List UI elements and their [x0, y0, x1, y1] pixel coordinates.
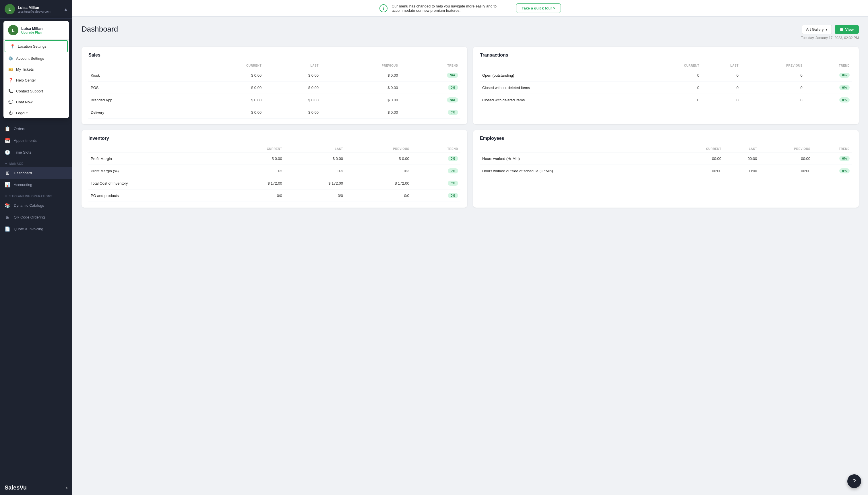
- dropdown-item-my-tickets[interactable]: 🎫 My Tickets: [3, 64, 69, 75]
- sidebar-label-quote-invoicing: Quote & Invoicing: [14, 227, 44, 231]
- dropdown-item-account-settings[interactable]: ⚙️ Account Settings: [3, 53, 69, 64]
- sidebar-user-info: L Luisa Millan tessitura@salesvu.com: [5, 4, 51, 14]
- streamline-arrow-icon: ▼: [5, 195, 8, 198]
- row-current: $ 0.00: [221, 152, 284, 165]
- sidebar-item-time-slots[interactable]: 🕐 Time Slots: [0, 147, 72, 158]
- top-banner: ℹ Our menu has changed to help you navig…: [72, 0, 868, 17]
- row-current: $ 0.00: [188, 94, 264, 106]
- table-row: Delivery $ 0.00 $ 0.00 $ 0.00 0%: [88, 106, 461, 119]
- row-last: 0: [701, 94, 741, 106]
- time-slots-icon: 🕐: [5, 150, 10, 155]
- employees-card: Employees CURRENT LAST PREVIOUS TREND Ho…: [473, 130, 859, 208]
- dropdown-user-info: Luisa Millan Upgrade Plan: [21, 27, 42, 34]
- sidebar-label-time-slots: Time Slots: [14, 150, 31, 154]
- take-quick-tour-button[interactable]: Take a quick tour >: [516, 3, 560, 13]
- sidebar-collapse-icon[interactable]: ▲: [64, 7, 68, 12]
- info-icon: ℹ: [380, 4, 387, 12]
- dropdown-label-contact-support: Contact Support: [16, 89, 43, 93]
- dropdown-upgrade-label[interactable]: Upgrade Plan: [21, 31, 42, 34]
- dashboard-date: Tuesday, January 17, 2023, 02:32 PM: [801, 36, 859, 40]
- dashboard-area: Dashboard Art Gallery ▾ ⊞ View Tuesday, …: [72, 17, 868, 495]
- orders-icon: 📋: [5, 126, 10, 132]
- row-last: $ 0.00: [264, 94, 321, 106]
- row-label: Branded App: [88, 94, 188, 106]
- sidebar-item-quote-invoicing[interactable]: 📄 Quote & Invoicing: [0, 223, 72, 235]
- sidebar-email: tessitura@salesvu.com: [18, 10, 51, 13]
- row-trend: 0%: [813, 165, 852, 177]
- row-trend: N/A: [400, 94, 461, 106]
- appointments-icon: 📅: [5, 138, 10, 143]
- art-gallery-button[interactable]: Art Gallery ▾: [802, 25, 832, 34]
- help-button[interactable]: ?: [847, 474, 861, 488]
- row-trend: 0%: [400, 82, 461, 94]
- dropdown-item-logout[interactable]: ⏻ Logout: [3, 107, 69, 118]
- dynamic-catalogs-icon: 📚: [5, 203, 10, 208]
- row-trend: 0%: [412, 189, 461, 202]
- row-trend: 0%: [805, 94, 852, 106]
- row-current: 0: [641, 94, 701, 106]
- sidebar-label-orders: Orders: [14, 126, 25, 131]
- row-previous: 00:00: [759, 165, 813, 177]
- dropdown-item-contact-support[interactable]: 📞 Contact Support: [3, 86, 69, 97]
- sidebar-collapse-arrow[interactable]: ‹: [66, 485, 68, 491]
- row-label: Kiosk: [88, 69, 188, 82]
- sidebar-item-appointments[interactable]: 📅 Appointments: [0, 135, 72, 147]
- sidebar-item-orders[interactable]: 📋 Orders: [0, 123, 72, 135]
- row-previous: $ 172.00: [345, 177, 412, 189]
- row-last: $ 0.00: [264, 106, 321, 119]
- row-label: Closed without deleted items: [480, 82, 641, 94]
- inventory-card-title: Inventory: [88, 136, 461, 141]
- sidebar-item-dashboard[interactable]: ⊞ Dashboard: [0, 167, 72, 179]
- dropdown-item-chat-now[interactable]: 💬 Chat Now: [3, 97, 69, 107]
- sidebar-avatar: L: [5, 4, 15, 14]
- sidebar-item-qr-code-ordering[interactable]: ⊞ QR Code Ordering: [0, 211, 72, 223]
- sidebar-item-dynamic-catalogs[interactable]: 📚 Dynamic Catalogs: [0, 200, 72, 211]
- row-label: PO and products: [88, 189, 221, 202]
- sidebar-label-appointments: Appointments: [14, 138, 37, 143]
- trans-col-current: CURRENT: [641, 62, 701, 69]
- sales-table-header-row: CURRENT LAST PREVIOUS TREND: [88, 62, 461, 69]
- transactions-table-header-row: CURRENT LAST PREVIOUS TREND: [480, 62, 852, 69]
- sidebar-item-accounting[interactable]: 📊 Accounting: [0, 179, 72, 191]
- chat-now-icon: 💬: [8, 100, 13, 104]
- dropdown-label-my-tickets: My Tickets: [16, 67, 34, 71]
- row-previous: $ 0.00: [321, 106, 400, 119]
- table-row: Profit Margin $ 0.00 $ 0.00 $ 0.00 0%: [88, 152, 461, 165]
- inv-col-label: [88, 146, 221, 152]
- table-row: Closed with deleted items 0 0 0 0%: [480, 94, 852, 106]
- contact-support-icon: 📞: [8, 89, 13, 93]
- row-current: $ 0.00: [188, 106, 264, 119]
- header-actions: Art Gallery ▾ ⊞ View: [802, 25, 859, 34]
- table-row: POS $ 0.00 $ 0.00 $ 0.00 0%: [88, 82, 461, 94]
- sidebar-label-dashboard: Dashboard: [14, 171, 32, 175]
- page-title: Dashboard: [82, 25, 118, 34]
- view-button-label: View: [845, 27, 854, 32]
- dropdown-user-header: L Luisa Millan Upgrade Plan: [3, 21, 69, 40]
- view-button[interactable]: ⊞ View: [835, 25, 859, 34]
- row-previous: 0/0: [345, 189, 412, 202]
- main-content: ℹ Our menu has changed to help you navig…: [72, 0, 868, 495]
- row-previous: $ 0.00: [321, 82, 400, 94]
- emp-col-current: CURRENT: [673, 146, 724, 152]
- trans-col-trend: TREND: [805, 62, 852, 69]
- inventory-card: Inventory CURRENT LAST PREVIOUS TREND Pr…: [82, 130, 467, 208]
- row-previous: 0: [741, 94, 805, 106]
- chevron-down-icon: ▾: [826, 27, 828, 32]
- row-label: Hours worked (Hr:Min): [480, 152, 673, 165]
- row-trend: N/A: [400, 69, 461, 82]
- trans-col-previous: PREVIOUS: [741, 62, 805, 69]
- streamline-section-label: ▼ STREAMLINE OPERATIONS: [0, 191, 72, 200]
- dropdown-item-location-settings[interactable]: 📍 Location Settings: [5, 40, 68, 52]
- sidebar: L Luisa Millan tessitura@salesvu.com ▲ L…: [0, 0, 72, 495]
- row-last: 0%: [284, 165, 345, 177]
- sidebar-username: Luisa Millan: [18, 5, 51, 10]
- row-label: Open (outstanding): [480, 69, 641, 82]
- row-label: Closed with deleted items: [480, 94, 641, 106]
- row-label: Hours worked outside of schedule (Hr:Min…: [480, 165, 673, 177]
- row-trend: 0%: [412, 177, 461, 189]
- trans-col-last: LAST: [701, 62, 741, 69]
- dropdown-label-chat-now: Chat Now: [16, 100, 32, 104]
- table-row: Profit Margin (%) 0% 0% 0% 0%: [88, 165, 461, 177]
- dropdown-item-help-center[interactable]: ❓ Help Center: [3, 75, 69, 86]
- inventory-table: CURRENT LAST PREVIOUS TREND Profit Margi…: [88, 146, 461, 202]
